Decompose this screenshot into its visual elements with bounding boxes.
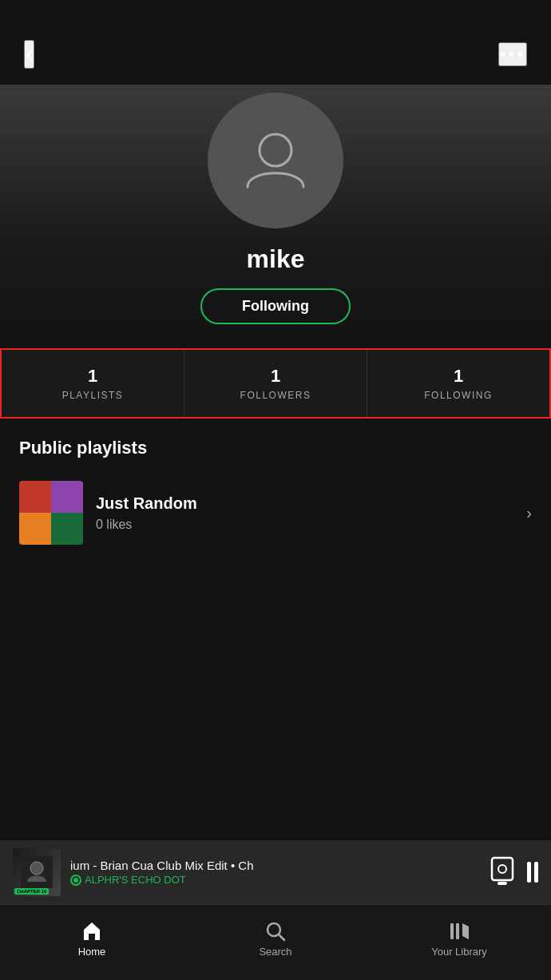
artwork-cell-1	[19, 481, 51, 513]
nav-home-label: Home	[78, 946, 106, 958]
back-button[interactable]: ‹	[24, 40, 34, 69]
now-playing-bar[interactable]: CHAPTER 10 ium - Brian Cua Club Mix Edit…	[0, 840, 551, 904]
user-icon	[240, 125, 311, 196]
nav-home[interactable]: Home	[0, 905, 184, 980]
stat-following[interactable]: 1 FOLLOWING	[367, 350, 549, 417]
now-playing-controls	[490, 856, 538, 888]
svg-rect-10	[456, 923, 459, 939]
nav-search[interactable]: Search	[184, 905, 367, 980]
now-playing-info: ium - Brian Cua Club Mix Edit • Ch ALPHR…	[61, 859, 490, 886]
now-playing-source: ALPHR'S ECHO DOT	[70, 874, 481, 886]
nav-library[interactable]: Your Library	[367, 905, 551, 980]
svg-point-3	[73, 878, 78, 883]
following-button[interactable]: Following	[200, 288, 351, 324]
public-playlists-section: Public playlists Just Random 0 likes ›	[0, 419, 551, 554]
bottom-nav: Home Search Your Library	[0, 904, 551, 980]
following-label: FOLLOWING	[424, 390, 493, 401]
playlist-info: Just Random 0 likes	[83, 494, 526, 532]
svg-rect-9	[450, 923, 454, 939]
search-icon	[264, 920, 287, 942]
playlist-name: Just Random	[96, 494, 513, 513]
playlists-count: 1	[88, 366, 97, 387]
avatar	[208, 93, 343, 228]
nav-search-label: Search	[259, 946, 291, 958]
chapter-badge: CHAPTER 10	[14, 888, 49, 895]
stats-section: 1 PLAYLISTS 1 FOLLOWERS 1 FOLLOWING	[0, 348, 551, 419]
svg-point-0	[260, 134, 291, 166]
pause-button[interactable]	[527, 862, 538, 883]
artwork-cell-2	[51, 481, 83, 513]
header: ‹ •••	[0, 0, 551, 85]
section-title: Public playlists	[0, 419, 551, 471]
playlist-likes: 0 likes	[96, 518, 513, 532]
home-icon	[81, 920, 103, 942]
library-icon	[448, 920, 470, 942]
pause-bar-right	[534, 862, 538, 883]
svg-point-2	[30, 862, 43, 875]
profile-section: mike Following	[0, 85, 551, 348]
now-playing-source-label: ALPHR'S ECHO DOT	[85, 874, 186, 886]
artwork-cell-3	[19, 513, 51, 545]
stat-followers[interactable]: 1 FOLLOWERS	[184, 350, 367, 417]
svg-point-5	[498, 865, 506, 873]
device-icon[interactable]	[490, 856, 514, 888]
stat-playlists[interactable]: 1 PLAYLISTS	[2, 350, 184, 417]
following-count: 1	[454, 366, 463, 387]
username: mike	[247, 244, 305, 274]
chevron-right-icon: ›	[526, 504, 532, 522]
speaker-indicator	[70, 875, 81, 886]
svg-rect-6	[497, 882, 507, 885]
playlist-artwork	[19, 481, 83, 545]
more-options-button[interactable]: •••	[498, 42, 527, 66]
followers-label: FOLLOWERS	[240, 390, 311, 401]
now-playing-album-art: CHAPTER 10	[13, 848, 61, 896]
nav-library-label: Your Library	[431, 946, 487, 958]
svg-line-8	[279, 934, 284, 940]
followers-count: 1	[271, 366, 280, 387]
svg-rect-4	[492, 858, 513, 880]
list-item[interactable]: Just Random 0 likes ›	[0, 471, 551, 554]
now-playing-title: ium - Brian Cua Club Mix Edit • Ch	[70, 859, 481, 872]
playlists-label: PLAYLISTS	[62, 390, 124, 401]
artwork-cell-4	[51, 513, 83, 545]
pause-bar-left	[527, 862, 531, 883]
